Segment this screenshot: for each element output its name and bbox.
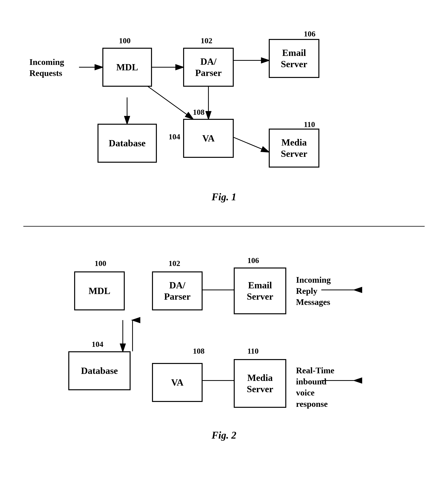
- fig2-realtime-label: Real-Timeinboundvoiceresponse: [296, 365, 334, 410]
- fig1-ref-102: 102: [201, 36, 212, 45]
- section-divider: [23, 226, 425, 227]
- fig1-ref-104: 104: [169, 132, 180, 141]
- fig2-ref-108: 108: [193, 346, 205, 356]
- fig2-title: Fig. 2: [24, 429, 424, 441]
- svg-line-8: [234, 137, 269, 152]
- fig2-arrows: [24, 238, 424, 429]
- fig2-media-server-box: MediaServer: [234, 359, 286, 408]
- fig1-ref-110: 110: [304, 120, 315, 129]
- figure1-diagram: IncomingRequests MDL 100 DA/Parser 102 E…: [24, 16, 424, 191]
- page: IncomingRequests MDL 100 DA/Parser 102 E…: [0, 0, 448, 498]
- fig1-email-server-box: EmailServer: [269, 39, 319, 78]
- fig2-database-box: Database: [68, 351, 131, 390]
- fig1-mdl-box: MDL: [102, 48, 152, 87]
- fig2-incoming-reply-label: IncomingReplyMessages: [296, 274, 331, 308]
- fig1-database-box: Database: [97, 124, 157, 163]
- fig1-da-parser-box: DA/Parser: [183, 48, 234, 87]
- fig2-ref-110: 110: [247, 346, 259, 356]
- fig2-email-server-box: EmailServer: [234, 268, 286, 314]
- fig2-da-parser-box: DA/Parser: [152, 271, 203, 310]
- fig2-ref-100: 100: [95, 259, 106, 268]
- fig1-title: Fig. 1: [24, 191, 424, 203]
- fig2-ref-104-db: 104: [92, 340, 103, 349]
- fig1-va-box: VA: [183, 119, 234, 158]
- fig1-media-server-box: MediaServer: [269, 129, 319, 168]
- fig1-ref-106: 106: [304, 29, 316, 38]
- fig1-incoming-label: IncomingRequests: [29, 56, 64, 79]
- fig2-ref-102: 102: [169, 259, 180, 268]
- fig2-ref-106: 106: [247, 256, 259, 265]
- fig2-va-box: VA: [152, 363, 203, 402]
- fig2-mdl-box: MDL: [74, 271, 125, 310]
- fig1-arrows: [24, 16, 424, 191]
- figure2-diagram: MDL 100 DA/Parser 102 EmailServer 106 Da…: [24, 238, 424, 429]
- fig1-ref-100: 100: [119, 36, 131, 45]
- svg-line-5: [144, 84, 193, 119]
- fig1-ref-108: 108: [193, 107, 205, 117]
